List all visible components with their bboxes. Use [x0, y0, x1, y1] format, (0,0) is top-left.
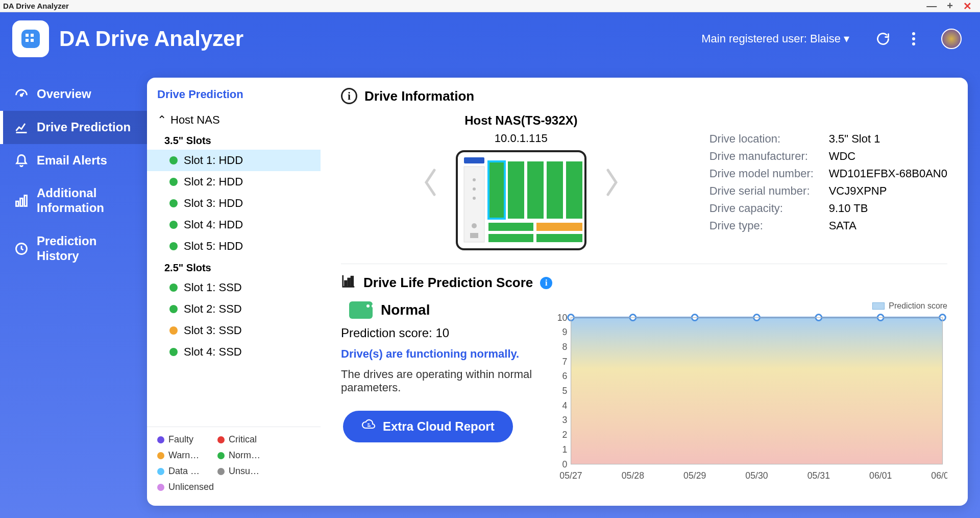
- tree-slot-label: Slot 1: SSD: [184, 281, 242, 294]
- registered-user-name: Blaise: [810, 32, 841, 45]
- sidebar-item-additional-info[interactable]: Additional Information: [0, 177, 147, 225]
- svg-text:06/01: 06/01: [869, 470, 892, 481]
- svg-rect-28: [488, 234, 533, 242]
- app-header: DA Drive Analyzer Main registered user: …: [0, 12, 980, 65]
- legend-item: Faulty: [157, 434, 208, 445]
- more-menu-button[interactable]: [905, 31, 922, 47]
- sidebar-nav: OverviewDrive PredictionEmail AlertsAddi…: [0, 12, 147, 518]
- tree-host-label: Host NAS: [170, 113, 220, 127]
- svg-text:8: 8: [562, 342, 568, 352]
- window-titlebar: DA Drive Analyzer — + ✕: [0, 0, 980, 12]
- status-legend: FaultyCriticalWarn…Norm…Data …Unsu…Unlic…: [147, 427, 321, 500]
- user-avatar[interactable]: [941, 29, 962, 49]
- svg-text:3: 3: [562, 415, 568, 425]
- sidebar-item-label: Email Alerts: [37, 153, 107, 168]
- tree-slot-item[interactable]: Slot 2: HDD: [147, 171, 321, 193]
- svg-rect-14: [464, 157, 484, 163]
- legend-dot-icon: [217, 452, 225, 459]
- prediction-message-strong: Drive(s) are functioning normally.: [341, 347, 535, 361]
- sidebar-item-label: Additional Information: [37, 186, 133, 216]
- extra-cloud-report-button[interactable]: Extra Cloud Report: [343, 411, 513, 442]
- legend-label: Unsu…: [229, 466, 259, 477]
- tree-slot-item[interactable]: Slot 3: SSD: [147, 320, 321, 341]
- svg-text:05/27: 05/27: [559, 470, 582, 481]
- legend-dot-icon: [217, 468, 225, 475]
- svg-rect-23: [527, 161, 544, 219]
- svg-point-8: [20, 95, 22, 97]
- svg-rect-22: [508, 161, 524, 219]
- score-info-icon[interactable]: i: [540, 277, 552, 289]
- tree-group-header: 3.5" Slots: [147, 130, 321, 150]
- svg-rect-10: [20, 199, 23, 206]
- svg-point-5: [912, 32, 915, 35]
- status-dot-icon: [169, 348, 178, 356]
- tree-slot-item[interactable]: Slot 4: SSD: [147, 341, 321, 363]
- prediction-status-badge: Normal: [349, 301, 535, 319]
- tree-slot-item[interactable]: Slot 4: HDD: [147, 214, 321, 236]
- next-nas-button[interactable]: [600, 162, 624, 203]
- legend-dot-icon: [157, 468, 164, 475]
- tree-slot-item[interactable]: Slot 1: SSD: [147, 277, 321, 298]
- window-title: DA Drive Analyzer: [3, 2, 69, 10]
- legend-label: Norm…: [229, 450, 260, 461]
- prop-key-model: Drive model number:: [709, 167, 822, 180]
- prop-val-type: SATA: [829, 219, 947, 232]
- legend-dot-icon: [217, 436, 225, 443]
- tree-slot-label: Slot 2: SSD: [184, 302, 242, 316]
- window-close-button[interactable]: ✕: [958, 0, 977, 12]
- refresh-button[interactable]: [875, 31, 891, 47]
- svg-rect-3: [26, 39, 29, 42]
- overview-icon: [14, 87, 29, 101]
- tree-slot-item[interactable]: Slot 3: HDD: [147, 193, 321, 214]
- bar-chart-icon: [341, 273, 356, 292]
- tree-slot-label: Slot 4: HDD: [184, 218, 243, 231]
- legend-dot-icon: [157, 436, 164, 443]
- svg-rect-24: [547, 161, 563, 219]
- svg-point-6: [912, 37, 915, 40]
- svg-rect-26: [488, 223, 533, 231]
- sidebar-item-overview[interactable]: Overview: [0, 78, 147, 111]
- sidebar-item-email-alerts[interactable]: Email Alerts: [0, 144, 147, 177]
- tree-slot-label: Slot 2: HDD: [184, 175, 243, 189]
- prediction-score-header: Drive Life Prediction Score i: [341, 273, 947, 292]
- prop-key-manufacturer: Drive manufacturer:: [709, 150, 822, 163]
- svg-rect-33: [571, 318, 943, 464]
- svg-rect-27: [536, 223, 582, 231]
- prediction-score-value: Prediction score: 10: [341, 326, 535, 340]
- window-maximize-button[interactable]: +: [942, 0, 958, 12]
- status-dot-icon: [169, 221, 178, 229]
- svg-rect-30: [345, 281, 347, 286]
- svg-point-17: [473, 187, 476, 191]
- sidebar-item-prediction-history[interactable]: Prediction History: [0, 225, 147, 273]
- registered-user-prefix: Main registered user:: [701, 32, 810, 45]
- svg-rect-1: [26, 34, 29, 37]
- tree-slot-label: Slot 1: HDD: [184, 154, 243, 167]
- status-dot-icon: [169, 156, 178, 164]
- prev-nas-button[interactable]: [418, 162, 443, 203]
- prop-key-location: Drive location:: [709, 132, 822, 146]
- svg-text:4: 4: [562, 401, 568, 411]
- tree-host-row[interactable]: ⌃ Host NAS: [147, 110, 321, 130]
- svg-point-18: [473, 197, 476, 200]
- tree-slot-item[interactable]: Slot 5: HDD: [147, 236, 321, 257]
- status-dot-icon: [169, 199, 178, 207]
- tree-slot-item[interactable]: Slot 2: SSD: [147, 298, 321, 320]
- registered-user-dropdown[interactable]: Main registered user: Blaise ▾: [701, 32, 849, 45]
- drive-detail-panel: i Drive Information Host NAS(TS-932X) 10…: [321, 78, 968, 506]
- drive-properties: Drive location: 3.5" Slot 1 Drive manufa…: [709, 132, 947, 232]
- sidebar-item-drive-prediction[interactable]: Drive Prediction: [0, 111, 147, 144]
- tree-slot-item[interactable]: Slot 1: HDD: [147, 150, 321, 171]
- window-minimize-button[interactable]: —: [921, 0, 942, 12]
- legend-item: Unsu…: [217, 466, 268, 477]
- prop-val-model: WD101EFBX-68B0AN0: [829, 167, 947, 180]
- prop-val-capacity: 9.10 TB: [829, 202, 947, 215]
- svg-rect-2: [31, 34, 34, 37]
- svg-rect-32: [351, 276, 353, 286]
- svg-point-19: [472, 223, 477, 228]
- tree-slot-label: Slot 5: HDD: [184, 240, 243, 253]
- svg-text:9: 9: [562, 327, 568, 337]
- chevron-up-icon: ⌃: [157, 113, 166, 127]
- prop-val-manufacturer: WDC: [829, 150, 947, 163]
- legend-item: Unlicensed: [157, 482, 214, 492]
- nas-host-label: Host NAS(TS-932X): [464, 113, 577, 128]
